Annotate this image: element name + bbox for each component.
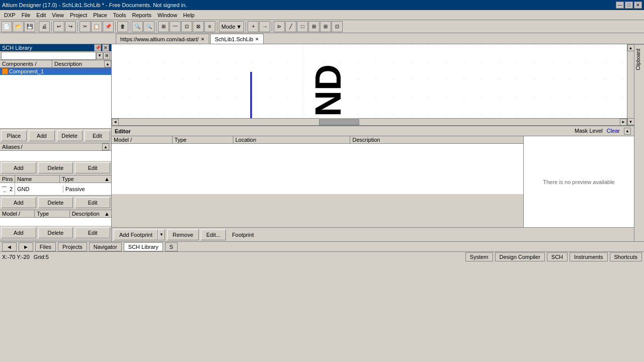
menu-project[interactable]: Project xyxy=(67,11,90,19)
nav-arrow-left[interactable]: ◄ xyxy=(2,242,17,251)
vscroll-up-btn[interactable]: ▲ xyxy=(627,44,634,51)
model-desc-col[interactable]: Description xyxy=(70,210,104,217)
tb-undo[interactable]: ↩ xyxy=(53,21,64,32)
tb-save[interactable]: 💾 xyxy=(24,21,35,32)
filter-options[interactable]: ⊞ xyxy=(103,52,110,59)
menu-tools[interactable]: Tools xyxy=(110,11,129,19)
system-btn[interactable]: System xyxy=(465,252,493,261)
menu-window[interactable]: Window xyxy=(154,11,180,19)
canvas-area[interactable]: GND 2 ▲ ▼ ◄ ► xyxy=(112,44,634,126)
pins-delete-btn[interactable]: Delete xyxy=(38,197,73,208)
comp-delete-btn[interactable]: Delete xyxy=(57,130,83,141)
tb-rect[interactable]: □ xyxy=(297,21,308,32)
editor-type-col[interactable]: Type xyxy=(173,136,233,143)
pins-edit-btn[interactable]: Edit xyxy=(75,197,110,208)
model-add-btn[interactable]: Add xyxy=(1,227,36,238)
menu-view[interactable]: View xyxy=(49,11,67,19)
pins-add-btn[interactable]: Add xyxy=(1,197,36,208)
model-scroll-up[interactable]: ▲ xyxy=(104,211,111,217)
pins-name-col[interactable]: Name xyxy=(15,175,60,183)
vscroll-down-btn[interactable]: ▼ xyxy=(627,118,634,125)
tb-net[interactable]: ⊠ xyxy=(193,21,204,32)
tb-copy[interactable]: 📋 xyxy=(91,21,102,32)
mode-selector[interactable]: Mode ▼ xyxy=(219,21,244,32)
tb-zoomin[interactable]: 🔍 xyxy=(132,21,143,32)
description-col-header[interactable]: Description xyxy=(52,60,104,67)
model-edit-btn[interactable]: Edit xyxy=(75,227,110,238)
tab-browser[interactable]: https://www.altium.com/ad-start/ ✕ xyxy=(116,34,209,44)
aliases-edit-btn[interactable]: Edit xyxy=(75,162,110,173)
sch-btn[interactable]: SCH xyxy=(547,252,568,261)
nav-arrow-right[interactable]: ► xyxy=(19,242,33,251)
tab-files[interactable]: Files xyxy=(35,242,56,251)
editor-model-col[interactable]: Model / xyxy=(112,136,173,143)
tab-browser-close[interactable]: ✕ xyxy=(201,37,205,42)
edit-btn[interactable]: Edit... xyxy=(201,229,226,240)
tb-misc[interactable]: ⊡ xyxy=(332,21,343,32)
close-btn[interactable]: ✕ xyxy=(634,2,642,9)
comp-edit-btn[interactable]: Edit xyxy=(85,130,110,141)
place-btn[interactable]: Place xyxy=(1,130,27,141)
tb-comp[interactable]: ⊡ xyxy=(181,21,192,32)
shortcuts-btn[interactable]: Shortcuts xyxy=(610,252,642,261)
pins-scroll-up[interactable]: ▲ xyxy=(104,176,111,182)
tb-redo[interactable]: ↪ xyxy=(65,21,76,32)
comp-add-btn[interactable]: Add xyxy=(29,130,54,141)
menu-edit[interactable]: Edit xyxy=(33,11,49,19)
editor-location-col[interactable]: Location xyxy=(233,136,351,143)
menu-file[interactable]: File xyxy=(19,11,34,19)
remove-btn[interactable]: Remove xyxy=(167,229,199,240)
tab-projects[interactable]: Projects xyxy=(58,242,87,251)
instruments-btn[interactable]: Instruments xyxy=(570,252,607,261)
menu-reports[interactable]: Reports xyxy=(129,11,154,19)
tb-delete[interactable]: 🗑 xyxy=(117,21,128,32)
clipboard-tab[interactable]: Clipboard xyxy=(634,44,644,74)
tb-new[interactable]: 📄 xyxy=(1,21,12,32)
model-col-header[interactable]: Model / xyxy=(0,210,35,217)
aliases-scroll[interactable]: ▲ xyxy=(102,143,109,150)
tab-schlib-close[interactable]: ✕ xyxy=(255,37,259,42)
panel-pin[interactable]: 📌 xyxy=(94,44,101,51)
tb-bus[interactable]: ≡ xyxy=(204,21,215,32)
menu-dxp[interactable]: DXP xyxy=(1,11,19,19)
menu-place[interactable]: Place xyxy=(90,11,110,19)
comp-scroll-up[interactable]: ▲ xyxy=(104,60,111,67)
components-col-header[interactable]: Components / xyxy=(0,60,52,67)
minimize-btn[interactable]: — xyxy=(616,2,624,9)
clear-label[interactable]: Clear xyxy=(607,128,620,135)
aliases-delete-btn[interactable]: Delete xyxy=(38,162,73,173)
tb-grid[interactable]: ⊞ xyxy=(320,21,331,32)
hscroll-left-btn[interactable]: ◄ xyxy=(112,119,119,126)
tab-s[interactable]: S xyxy=(165,242,178,251)
tb-cross[interactable]: + xyxy=(248,21,259,32)
component-row-1[interactable]: Component_1 xyxy=(0,68,111,75)
tb-zoomout[interactable]: 🔍 xyxy=(143,21,154,32)
model-type-col[interactable]: Type xyxy=(35,210,69,217)
tb-print[interactable]: 🖨 xyxy=(39,21,50,32)
tab-schlib[interactable]: SchLib1.SchLib ✕ xyxy=(210,34,264,44)
editor-description-col[interactable]: Description xyxy=(350,136,523,143)
aliases-add-btn[interactable]: Add xyxy=(1,162,36,173)
component-filter-input[interactable] xyxy=(1,52,96,60)
filter-dropdown[interactable]: ▼ xyxy=(96,52,103,59)
tb-select[interactable]: ⊞ xyxy=(158,21,169,32)
editor-scroll-up[interactable]: ▲ xyxy=(624,128,631,135)
pins-num-col[interactable]: Pins xyxy=(0,175,15,183)
tb-paste[interactable]: 📌 xyxy=(103,21,114,32)
tb-cut[interactable]: ✂ xyxy=(79,21,91,32)
tab-sch-library[interactable]: SCH Library xyxy=(124,242,163,251)
model-delete-btn[interactable]: Delete xyxy=(38,227,73,238)
tab-navigator[interactable]: Navigator xyxy=(89,242,122,251)
hscroll-thumb[interactable] xyxy=(319,119,359,125)
design-compiler-btn[interactable]: Design Compiler xyxy=(495,252,545,261)
tb-line[interactable]: ╱ xyxy=(285,21,296,32)
maximize-btn[interactable]: □ xyxy=(625,2,633,9)
tb-open[interactable]: 📂 xyxy=(13,21,24,32)
tb-wire[interactable]: 〰 xyxy=(170,21,181,32)
add-footprint-dropdown[interactable]: ▼ xyxy=(158,229,165,240)
tb-arrow[interactable]: → xyxy=(259,21,270,32)
panel-close[interactable]: ✕ xyxy=(102,44,109,51)
pins-type-col-header[interactable]: Type xyxy=(60,175,104,183)
menu-help[interactable]: Help xyxy=(180,11,198,19)
tb-pin[interactable]: ⊳ xyxy=(274,21,285,32)
